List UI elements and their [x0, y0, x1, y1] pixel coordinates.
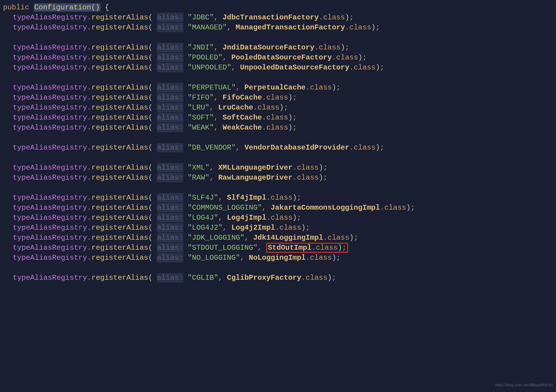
dot: .: [87, 113, 91, 122]
dot: .: [87, 194, 91, 202]
hint-label: alias:: [157, 93, 183, 102]
dot: .: [87, 144, 91, 152]
class-name: ManagedTransactionFactory: [236, 23, 345, 32]
close-paren: ): [371, 23, 375, 32]
open-paren: (: [148, 93, 157, 102]
dot: .: [306, 83, 310, 92]
comma: ,: [231, 63, 240, 72]
method-registerAlias: registerAlias: [91, 164, 148, 172]
variable-typeAliasRegistry: typeAliasRegistry: [13, 174, 87, 182]
class-name: WeakCache: [222, 123, 262, 132]
parameter-hint: alias:: [157, 213, 183, 222]
class-name: Jdk14LoggingImpl: [253, 234, 323, 242]
open-paren: (: [148, 83, 157, 92]
close-paren: ): [332, 83, 336, 92]
dot: .: [87, 234, 91, 242]
class-name: Slf4jImpl: [227, 194, 266, 202]
open-paren: (: [148, 13, 157, 22]
dot: .: [262, 113, 266, 122]
dot: .: [87, 224, 91, 232]
register-alias-call: typeAliasRegistry.registerAlias( alias: …: [3, 273, 556, 283]
comma: ,: [240, 254, 249, 262]
hint-label: alias:: [157, 224, 183, 232]
method-registerAlias: registerAlias: [91, 23, 148, 32]
close-paren: ): [341, 43, 345, 52]
method-registerAlias: registerAlias: [91, 93, 148, 102]
string-literal: "JNDI": [188, 43, 214, 52]
dot: .: [87, 43, 91, 52]
open-brace: {: [105, 3, 109, 12]
dot: .: [319, 13, 323, 22]
register-alias-call: typeAliasRegistry.registerAlias( alias: …: [3, 93, 556, 103]
class-name: PerpetualCache: [244, 83, 306, 92]
register-alias-call: typeAliasRegistry.registerAlias( alias: …: [3, 103, 556, 113]
variable-typeAliasRegistry: typeAliasRegistry: [13, 194, 87, 202]
dot: .: [275, 224, 279, 232]
class-name: LruCache: [218, 103, 253, 112]
dot: .: [266, 194, 270, 202]
parameter-hint: alias:: [157, 253, 183, 262]
class-keyword: class: [258, 103, 280, 112]
method-registerAlias: registerAlias: [91, 204, 148, 212]
method-registerAlias: registerAlias: [91, 83, 148, 92]
hint-label: alias:: [157, 23, 183, 32]
variable-typeAliasRegistry: typeAliasRegistry: [13, 204, 87, 212]
dot: .: [262, 93, 266, 102]
string-literal: "JDK_LOGGING": [188, 234, 244, 242]
open-paren: (: [148, 23, 157, 32]
semicolon: ;: [332, 274, 336, 282]
method-registerAlias: registerAlias: [91, 53, 148, 62]
parameter-hint: alias:: [157, 13, 183, 22]
variable-typeAliasRegistry: typeAliasRegistry: [13, 63, 87, 72]
open-paren: (: [148, 254, 157, 262]
close-paren: ): [349, 234, 354, 242]
close-paren: ): [293, 194, 297, 202]
close-paren: ): [293, 214, 297, 222]
watermark: https://blog.csdn.net/dfBeautifulLive: [496, 380, 553, 390]
class-name: VendorDatabaseIdProvider: [244, 144, 349, 152]
hint-label: alias:: [157, 194, 183, 202]
hint-label: alias:: [157, 53, 183, 62]
dot: .: [87, 83, 91, 92]
semicolon: ;: [354, 234, 358, 242]
open-paren: (: [148, 274, 157, 282]
method-registerAlias: registerAlias: [91, 144, 148, 152]
hint-label: alias:: [157, 103, 183, 112]
semicolon: ;: [362, 53, 367, 62]
close-paren: ): [280, 103, 284, 112]
semicolon: ;: [297, 194, 301, 202]
semicolon: ;: [297, 214, 301, 222]
register-alias-call: typeAliasRegistry.registerAlias( alias: …: [3, 123, 556, 133]
method-registerAlias: registerAlias: [91, 63, 148, 72]
class-name: UnpooledDataSourceFactory: [240, 63, 349, 72]
class-keyword: class: [384, 204, 406, 212]
comma: ,: [214, 113, 223, 122]
code-editor[interactable]: public Configuration() {typeAliasRegistr…: [3, 2, 556, 283]
close-paren: ): [288, 113, 292, 122]
register-alias-call: typeAliasRegistry.registerAlias( alias: …: [3, 163, 556, 173]
register-alias-call: typeAliasRegistry.registerAlias( alias: …: [3, 233, 556, 243]
method-registerAlias: registerAlias: [91, 13, 148, 22]
open-paren: (: [148, 43, 157, 52]
hint-label: alias:: [157, 123, 183, 132]
class-name: XMLLanguageDriver: [218, 164, 293, 172]
string-literal: "SOFT": [188, 113, 214, 122]
dot: .: [262, 123, 266, 132]
hint-label: alias:: [157, 63, 183, 72]
semicolon: ;: [349, 13, 354, 22]
parameter-hint: alias:: [157, 63, 183, 72]
string-literal: "MANAGED": [188, 23, 227, 32]
dot: .: [87, 63, 91, 72]
close-paren: ): [319, 164, 323, 172]
parameter-hint: alias:: [157, 243, 183, 252]
register-alias-call: typeAliasRegistry.registerAlias( alias: …: [3, 83, 556, 93]
close-paren: ): [332, 254, 336, 262]
hint-label: alias:: [157, 13, 183, 22]
class-name: Log4j2Impl: [231, 224, 275, 232]
close-paren: ): [327, 274, 332, 282]
dot: .: [253, 103, 257, 112]
dot: .: [266, 214, 270, 222]
method-registerAlias: registerAlias: [91, 194, 148, 202]
close-paren: ): [338, 244, 342, 252]
blank-line: [3, 73, 556, 83]
